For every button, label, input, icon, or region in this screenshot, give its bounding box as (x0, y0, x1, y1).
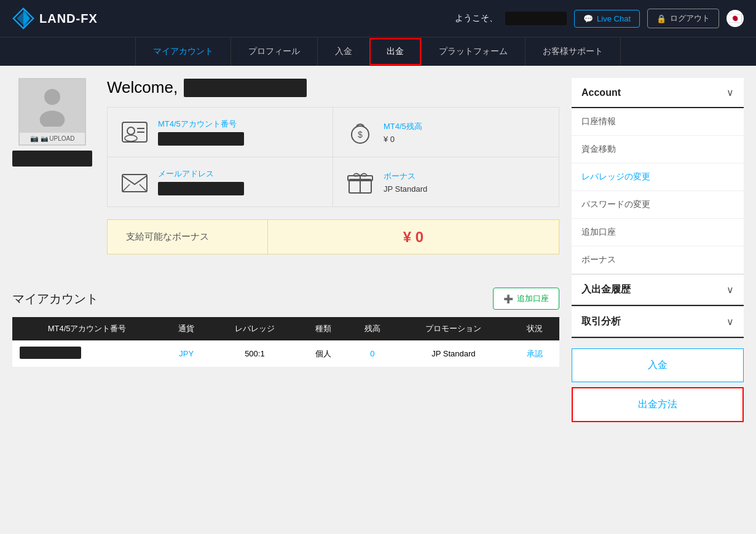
bonus-bar-label: 支給可能なボーナス (108, 220, 267, 254)
sidebar: Account ∨ 口座情報 資金移動 レバレッジの変更 パスワードの変更 追加… (572, 78, 744, 422)
sidebar-item-password[interactable]: パスワードの変更 (572, 191, 744, 219)
svg-text:$: $ (358, 130, 363, 139)
gift-icon (345, 167, 375, 197)
main-nav: マイアカウント プロフィール 入金 出金 プラットフォーム お客様サポート (0, 37, 756, 66)
plus-icon: ➕ (503, 294, 513, 304)
col-account-num: MT4/5アカウント番号 (12, 317, 162, 340)
my-accounts-title: マイアカウント (12, 291, 98, 307)
header: LAND-FX ようこそ、 💬 Live Chat 🔒 ログアウト 🇯🇵 (0, 0, 756, 37)
mt4-balance-label: MT4/5残高 (384, 121, 422, 132)
email-value (158, 182, 244, 195)
my-accounts-header: マイアカウント ➕ 追加口座 (12, 288, 559, 310)
header-right: ようこそ、 💬 Live Chat 🔒 ログアウト 🇯🇵 (455, 9, 744, 28)
nav-profile[interactable]: プロフィール (230, 37, 317, 66)
sidebar-analysis-title: 取引分析 (581, 315, 621, 328)
svg-line-14 (140, 184, 147, 192)
account-num-block (20, 347, 81, 359)
svg-point-9 (125, 135, 137, 141)
col-currency: 通貨 (162, 317, 211, 340)
sidebar-deposit-button[interactable]: 入金 (572, 348, 744, 382)
info-grid: MT4/5アカウント番号 $ MT4/5残高 ¥ 0 (107, 107, 559, 207)
sidebar-withdrawal-button[interactable]: 出金方法 (572, 387, 744, 422)
bonus-cell: ボーナス JP Standard (333, 157, 559, 206)
chevron-down-icon3: ∨ (726, 316, 734, 328)
sidebar-account-section: Account ∨ 口座情報 資金移動 レバレッジの変更 パスワードの変更 追加… (572, 78, 744, 275)
upload-text: 📷 UPLOAD (41, 135, 75, 142)
chevron-down-icon: ∨ (726, 87, 734, 98)
mt4-balance-value: ¥ 0 (384, 135, 422, 144)
nav-withdrawal[interactable]: 出金 (369, 38, 421, 65)
welcome-label: Welcome, (107, 78, 178, 97)
accounts-table: MT4/5アカウント番号 通貨 レバレッジ 種類 残高 プロモーション 状況 J… (12, 317, 559, 367)
content-area: 📷 📷 UPLOAD Welcome, (12, 78, 572, 422)
row-balance: 0 (348, 340, 397, 367)
lock-icon: 🔒 (656, 14, 666, 23)
svg-point-4 (40, 111, 65, 127)
logo-text: LAND-FX (39, 12, 98, 26)
nav-deposit[interactable]: 入金 (317, 37, 369, 66)
avatar: 📷 📷 UPLOAD (18, 78, 86, 146)
sidebar-analysis-header[interactable]: 取引分析 ∨ (572, 307, 744, 338)
mt4-account-info: MT4/5アカウント番号 (158, 119, 244, 146)
svg-rect-12 (122, 175, 147, 192)
upload-label[interactable]: 📷 📷 UPLOAD (20, 133, 85, 144)
email-label: メールアドレス (158, 168, 244, 179)
money-bag-icon: $ (345, 117, 375, 147)
col-balance: 残高 (348, 317, 397, 340)
mt4-balance-info: MT4/5残高 ¥ 0 (384, 121, 422, 144)
sidebar-analysis-section: 取引分析 ∨ (572, 307, 744, 339)
bonus-label: ボーナス (384, 171, 427, 182)
sidebar-history-header[interactable]: 入出金履歴 ∨ (572, 275, 744, 306)
camera-icon: 📷 (30, 135, 39, 142)
bonus-value: JP Standard (384, 184, 427, 194)
sidebar-history-title: 入出金履歴 (581, 283, 631, 296)
language-flag[interactable]: 🇯🇵 (726, 10, 744, 27)
logo: LAND-FX (12, 7, 98, 29)
chat-icon: 💬 (583, 14, 593, 23)
profile-info: Welcome, MT4/5アカウント番 (107, 78, 559, 273)
row-account-num (12, 340, 162, 367)
mt4-account-value (158, 132, 244, 146)
sidebar-item-bonus[interactable]: ボーナス (572, 246, 744, 274)
sidebar-account-title: Account (581, 87, 621, 98)
avatar-block: 📷 📷 UPLOAD (12, 78, 92, 167)
nav-support[interactable]: お客様サポート (525, 37, 621, 66)
sidebar-history-section: 入出金履歴 ∨ (572, 275, 744, 307)
bonus-bar-value: ¥ 0 (267, 220, 559, 254)
live-chat-button[interactable]: 💬 Live Chat (574, 10, 640, 28)
nav-my-account[interactable]: マイアカウント (135, 37, 230, 66)
nav-platform[interactable]: プラットフォーム (421, 37, 525, 66)
email-icon (120, 167, 149, 197)
bonus-info: ボーナス JP Standard (384, 171, 427, 194)
sidebar-username (12, 151, 92, 167)
row-status: 承認 (510, 340, 559, 367)
sidebar-account-header[interactable]: Account ∨ (572, 78, 744, 108)
sidebar-item-add-account[interactable]: 追加口座 (572, 219, 744, 246)
person-silhouette-icon (34, 87, 71, 127)
col-promotion: プロモーション (397, 317, 510, 340)
svg-point-6 (127, 127, 135, 135)
logout-button[interactable]: 🔒 ログアウト (647, 9, 719, 28)
welcome-heading: Welcome, (107, 78, 559, 97)
account-card-icon (120, 117, 149, 147)
row-promotion: JP Standard (397, 340, 510, 367)
row-type: 個人 (299, 340, 348, 367)
mt4-account-cell: MT4/5アカウント番号 (108, 108, 333, 157)
svg-line-13 (122, 184, 130, 192)
chevron-down-icon2: ∨ (726, 284, 734, 296)
welcome-text: ようこそ、 (455, 13, 498, 24)
table-row: JPY 500:1 個人 0 JP Standard 承認 (12, 340, 559, 367)
col-status: 状況 (510, 317, 559, 340)
sidebar-item-leverage[interactable]: レバレッジの変更 (572, 163, 744, 191)
profile-section: 📷 📷 UPLOAD Welcome, (12, 78, 559, 273)
svg-point-3 (44, 88, 60, 104)
logo-icon (12, 7, 34, 29)
main-container: 📷 📷 UPLOAD Welcome, (0, 66, 756, 434)
row-currency: JPY (162, 340, 211, 367)
sidebar-item-account-info[interactable]: 口座情報 (572, 108, 744, 136)
add-account-button[interactable]: ➕ 追加口座 (493, 288, 559, 310)
header-username (505, 12, 567, 25)
sidebar-item-fund-transfer[interactable]: 資金移動 (572, 136, 744, 163)
row-leverage: 500:1 (211, 340, 299, 367)
bonus-bar: 支給可能なボーナス ¥ 0 (107, 219, 559, 254)
